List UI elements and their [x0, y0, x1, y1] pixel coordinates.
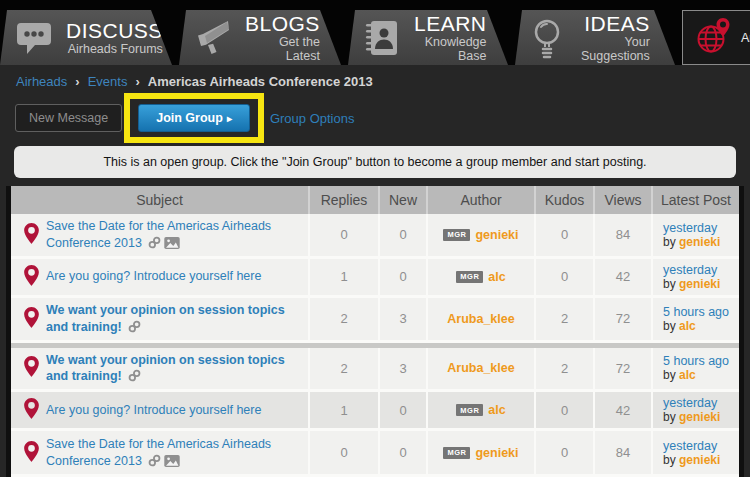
- latest-post-cell: yesterdayby genieki: [651, 214, 739, 256]
- topic-row: Are you going? Introduce yourself here 1…: [11, 259, 739, 298]
- topic-row: Are you going? Introduce yourself here 1…: [11, 392, 739, 431]
- group-toolbar: New Message Join Group▸ Group Options: [0, 95, 750, 141]
- topic-link[interactable]: Save the Date for the Americas Airheads …: [46, 436, 308, 470]
- tab-blogs[interactable]: BLOGSGet the Latest: [179, 10, 341, 65]
- column-header-new[interactable]: New: [378, 186, 426, 214]
- globe-tab-partial-label: Ar: [741, 31, 750, 45]
- breadcrumb-link-airheads[interactable]: Airheads: [16, 74, 67, 89]
- group-options-link[interactable]: Group Options: [270, 111, 355, 126]
- role-badge: MGR: [443, 229, 470, 241]
- subject-cell: Save the Date for the Americas Airheads …: [11, 431, 308, 474]
- author-link[interactable]: Aruba_klee: [447, 312, 514, 326]
- right-arrow-icon: ▸: [227, 113, 232, 124]
- subject-cell: We want your opinion on session topics a…: [11, 298, 308, 340]
- kudos-cell: 2: [534, 298, 593, 340]
- latest-post-time-link[interactable]: yesterday: [663, 263, 717, 277]
- join-group-button[interactable]: Join Group▸: [138, 104, 250, 132]
- views-cell: 72: [593, 348, 651, 390]
- topic-link[interactable]: Save the Date for the Americas Airheads …: [46, 218, 308, 252]
- breadcrumb-separator: ›: [75, 74, 79, 89]
- pinned-topic-icon: [19, 356, 46, 380]
- author-link[interactable]: genieki: [475, 228, 518, 242]
- kudos-cell: 0: [534, 259, 593, 295]
- column-header-subject[interactable]: Subject: [11, 186, 308, 214]
- pinned-topic-icon: [19, 307, 46, 331]
- tab-globe[interactable]: Ar: [682, 10, 750, 65]
- latest-post-time-link[interactable]: 5 hours ago: [663, 354, 729, 368]
- user-link[interactable]: genieki: [679, 235, 720, 249]
- latest-post-author: by alc: [663, 368, 696, 382]
- user-link[interactable]: genieki: [679, 453, 720, 467]
- latest-post-time-link[interactable]: yesterday: [663, 221, 717, 235]
- tab-subtitle: Your Suggestions: [581, 35, 650, 63]
- latest-post-author: by genieki: [663, 453, 720, 467]
- attachment-icon: [145, 236, 161, 250]
- author-link[interactable]: genieki: [475, 446, 518, 460]
- role-badge: MGR: [443, 447, 470, 459]
- tab-title: BLOGS: [245, 12, 320, 35]
- tab-discuss[interactable]: DISCUSSAirheads Forums: [0, 10, 172, 65]
- topic-link[interactable]: We want your opinion on session topics a…: [46, 352, 308, 386]
- author-cell: Aruba_klee: [426, 348, 534, 390]
- column-header-replies[interactable]: Replies: [308, 186, 378, 214]
- tab-subtitle: Airheads Forums: [66, 42, 163, 56]
- tab-title: DISCUSS: [66, 19, 163, 42]
- top-navigation: DISCUSSAirheads ForumsBLOGSGet the Lates…: [0, 0, 750, 65]
- replies-cell: 1: [308, 392, 378, 428]
- topic-link[interactable]: Are you going? Introduce yourself here: [46, 268, 261, 285]
- table-header-row: SubjectRepliesNewAuthorKudosViewsLatest …: [11, 186, 739, 214]
- globe-pin-icon: [695, 16, 733, 60]
- latest-post-author: by genieki: [663, 235, 720, 249]
- kudos-cell: 0: [534, 392, 593, 428]
- topic-row: Save the Date for the Americas Airheads …: [11, 214, 739, 259]
- column-header-latest-post[interactable]: Latest Post: [651, 186, 739, 214]
- latest-post-time-link[interactable]: yesterday: [663, 439, 717, 453]
- breadcrumb-current-page: Americas Airheads Conference 2013: [148, 74, 373, 89]
- column-header-author[interactable]: Author: [426, 186, 534, 214]
- user-link[interactable]: genieki: [679, 277, 720, 291]
- latest-post-cell: 5 hours agoby alc: [651, 348, 739, 390]
- latest-post-time-link[interactable]: 5 hours ago: [663, 305, 729, 319]
- topic-link[interactable]: We want your opinion on session topics a…: [46, 302, 308, 336]
- role-badge: MGR: [456, 271, 483, 283]
- speech-bubble-icon: [14, 18, 54, 58]
- views-cell: 42: [593, 259, 651, 295]
- new-cell: 3: [378, 348, 426, 390]
- latest-post-cell: 5 hours agoby alc: [651, 298, 739, 340]
- new-message-button[interactable]: New Message: [15, 104, 122, 132]
- latest-post-cell: yesterdayby genieki: [651, 259, 739, 295]
- subject-cell: Are you going? Introduce yourself here: [11, 392, 308, 428]
- author-cell: MGRalc: [426, 392, 534, 428]
- author-cell: MGRalc: [426, 259, 534, 295]
- user-link[interactable]: alc: [679, 368, 696, 382]
- role-badge: MGR: [456, 404, 483, 416]
- column-header-views[interactable]: Views: [593, 186, 651, 214]
- replies-cell: 0: [308, 431, 378, 474]
- user-link[interactable]: alc: [679, 319, 696, 333]
- replies-cell: 0: [308, 214, 378, 256]
- views-cell: 42: [593, 392, 651, 428]
- replies-cell: 1: [308, 259, 378, 295]
- tab-title: LEARN: [414, 12, 487, 35]
- latest-post-time-link[interactable]: yesterday: [663, 396, 717, 410]
- tab-ideas[interactable]: IDEASYour Suggestions: [515, 10, 675, 65]
- author-link[interactable]: alc: [488, 403, 505, 417]
- breadcrumb-link-events[interactable]: Events: [88, 74, 128, 89]
- new-cell: 3: [378, 298, 426, 340]
- tab-subtitle: Knowledge Base: [414, 35, 487, 63]
- topic-link[interactable]: Are you going? Introduce yourself here: [46, 402, 261, 419]
- pinned-topic-icon: [19, 265, 46, 289]
- column-header-kudos[interactable]: Kudos: [534, 186, 593, 214]
- latest-post-cell: yesterdayby genieki: [651, 431, 739, 474]
- views-cell: 72: [593, 298, 651, 340]
- user-link[interactable]: genieki: [679, 410, 720, 424]
- image-icon: [161, 454, 180, 468]
- topic-row: We want your opinion on session topics a…: [11, 348, 739, 393]
- tab-learn[interactable]: LEARNKnowledge Base: [348, 10, 508, 65]
- topic-row: Save the Date for the Americas Airheads …: [11, 431, 739, 477]
- views-cell: 84: [593, 214, 651, 256]
- megaphone-icon: [193, 18, 233, 58]
- tab-subtitle: Get the Latest: [245, 35, 320, 63]
- author-link[interactable]: Aruba_klee: [447, 361, 514, 375]
- author-link[interactable]: alc: [488, 270, 505, 284]
